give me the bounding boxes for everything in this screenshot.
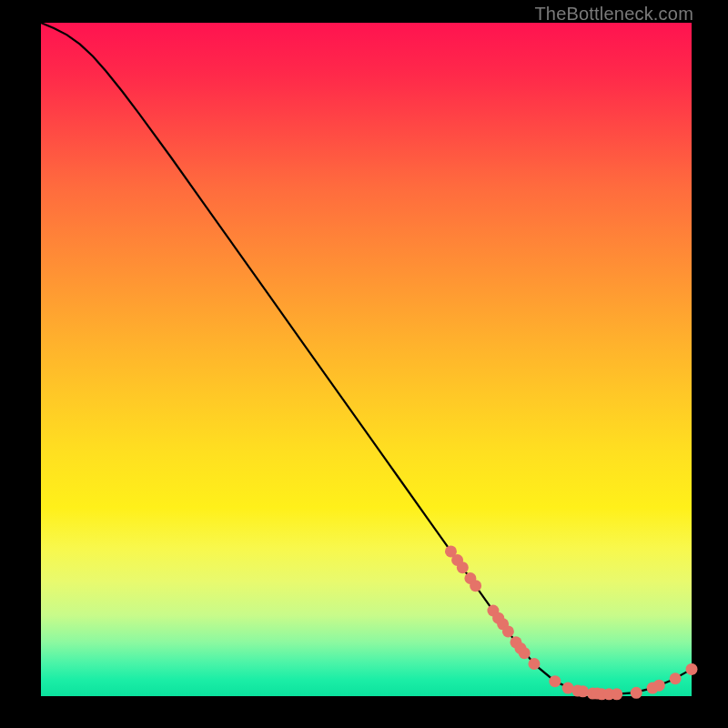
marker-dot bbox=[670, 672, 682, 684]
marker-dot bbox=[653, 680, 665, 692]
attribution-text: TheBottleneck.com bbox=[534, 4, 693, 25]
marker-dot bbox=[686, 663, 698, 675]
marker-dot bbox=[502, 625, 514, 637]
marker-dot bbox=[457, 561, 469, 573]
marker-dot bbox=[631, 687, 642, 699]
marker-dot bbox=[577, 685, 589, 697]
marker-dot bbox=[611, 688, 622, 700]
bottleneck-curve bbox=[41, 23, 692, 694]
marker-dots-group bbox=[445, 545, 698, 700]
marker-dot bbox=[549, 675, 561, 687]
chart-overlay bbox=[41, 23, 692, 696]
marker-dot bbox=[528, 658, 540, 670]
marker-dot bbox=[470, 580, 481, 592]
marker-dot bbox=[519, 647, 531, 659]
chart-stage: TheBottleneck.com bbox=[0, 0, 728, 728]
